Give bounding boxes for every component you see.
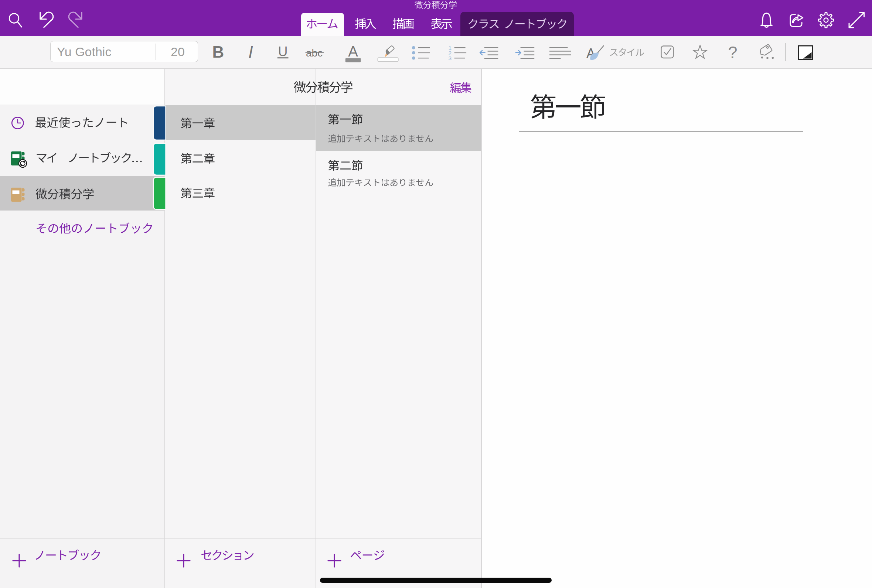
- svg-text:I: I: [248, 42, 253, 62]
- svg-text:3: 3: [448, 55, 452, 61]
- svg-text:B: B: [212, 43, 224, 61]
- svg-text:abc: abc: [306, 47, 323, 59]
- svg-text:?: ?: [728, 43, 737, 62]
- svg-text:U: U: [278, 44, 288, 59]
- svg-text:Yu Gothic: Yu Gothic: [57, 45, 111, 59]
- svg-text:20: 20: [171, 45, 185, 59]
- svg-text:A: A: [348, 43, 358, 60]
